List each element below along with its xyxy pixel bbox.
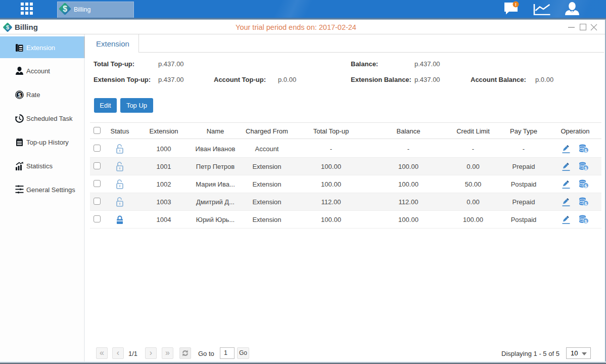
svg-text:$: $ <box>63 5 67 13</box>
svg-text:!: ! <box>515 2 517 7</box>
svg-text:$: $ <box>18 92 21 98</box>
